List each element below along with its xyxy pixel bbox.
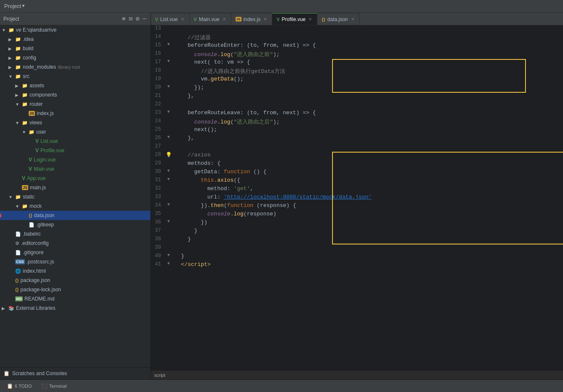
tree-item-router-index[interactable]: ▶ JS index.js [0,109,150,118]
scratches-label: Scratches and Consoles [12,371,67,376]
tree-item-package-json[interactable]: ▶ {} package.json [0,276,150,285]
tab-icon: V [276,17,279,22]
code-line: 15 ▼ beforeRouteEnter: (to, from, next) … [151,42,563,51]
tree-item-user[interactable]: ▼ 📁 user [0,127,150,137]
tab-list-vue[interactable]: V List.vue ✕ [151,13,190,25]
tab-main-vue[interactable]: V Main.vue ✕ [190,13,231,25]
code-line: 35 console.log(response) [151,211,563,219]
tree-item-editorconfig[interactable]: ▶ ⚙ .editorconfig [0,239,150,248]
code-line: 18 //进入路由之前执行getData方法 [151,67,563,76]
code-line: 41 ▼ </script> [151,261,563,270]
tree-item-external-libraries[interactable]: ▶ 📚 External Libraries [0,303,150,313]
close-sidebar-icon[interactable]: — [142,14,147,23]
tree-item-gitignore[interactable]: ▶ 📄 .gitignore [0,248,150,257]
tree-item-data-json[interactable]: ▶ {} data.json ◄ [0,211,150,220]
code-line: 39 [151,244,563,253]
code-line: 38 } [151,236,563,244]
code-line: 19 vm.getData(); [151,76,563,84]
tree-item-ve-root[interactable]: ▼ 📁 ve E:\qianduan\ve [0,25,150,35]
tab-label: data.json [327,16,348,22]
code-line: 23 ▼ beforeRouteLeave: (to, from, next) … [151,110,563,118]
tree-item-assets[interactable]: ▶ 📁 assets [0,81,150,90]
add-icon[interactable]: ⊕ [121,14,126,23]
tree-item-build[interactable]: ▶ 📁 build [0,44,150,53]
sidebar-tree: ▼ 📁 ve E:\qianduan\ve ▶ 📁 .idea ▶ 📁 buil… [0,25,150,367]
todo-label: 6 TODO [15,384,32,389]
scratches-icon: 📋 [3,371,10,376]
sidebar-footer: 📋 Scratches and Consoles [0,367,150,379]
arrow-icon: ▼ [15,121,22,125]
tree-item-login-vue[interactable]: ▶ V Login.vue [0,155,150,164]
arrow-icon: ▶ [15,83,22,88]
tree-item-profile-vue[interactable]: ▶ V Profile.vue [0,146,150,155]
tree-item-main-js[interactable]: ▶ JS main.js [0,183,150,192]
tree-item-views[interactable]: ▼ 📁 views [0,118,150,127]
tree-item-router[interactable]: ▼ 📁 router [0,99,150,109]
terminal-tab[interactable]: ⬛ Terminal [38,382,70,390]
code-line: 21 }, [151,93,563,101]
code-line: 36 ▼ }) [151,219,563,228]
arrow-icon: ▼ [8,74,15,79]
tree-item-idea[interactable]: ▶ 📁 .idea [0,35,150,44]
code-line: 32 method: 'get', [151,185,563,194]
tree-item-mock[interactable]: ▼ 📁 mock [0,201,150,211]
code-line: 26 ▼ }, [151,135,563,143]
arrow-icon: ▼ [15,204,22,209]
project-title[interactable]: Project [4,3,21,9]
arrow-icon: ▼ [15,102,22,107]
sidebar-header: Project ⊕ ⊟ ⚙ — [0,13,150,25]
tree-item-config[interactable]: ▶ 📁 config [0,53,150,62]
tab-index-js[interactable]: JS index.js ✕ [231,13,272,25]
tab-close-icon[interactable]: ✕ [180,16,185,22]
tab-label: index.js [244,16,261,22]
tree-item-package-lock[interactable]: ▶ {} package-lock.json [0,285,150,294]
tree-item-src[interactable]: ▼ 📁 src [0,72,150,81]
tab-close-icon[interactable]: ✕ [222,16,227,22]
tab-icon: V [194,17,197,22]
tree-item-readme[interactable]: ▶ MD README.md [0,294,150,303]
terminal-icon: ⬛ [41,383,48,389]
todo-tab[interactable]: 📋 6 TODO [3,382,35,390]
tree-item-babelrc[interactable]: ▶ 📄 .babelrc [0,229,150,239]
sidebar-header-actions: ⊕ ⊟ ⚙ — [121,14,147,23]
tab-icon: {} [322,17,325,22]
code-line: 16 console.log("进入路由之前"); [151,51,563,59]
tree-item-static[interactable]: ▼ 📁 static [0,192,150,201]
tree-item-postcssrc[interactable]: ▶ CSS .postcssrc.js [0,257,150,266]
tab-close-icon[interactable]: ✕ [263,16,268,22]
terminal-label: Terminal [49,384,67,389]
tree-item-main-vue[interactable]: ▶ V Main.vue [0,164,150,174]
tab-bar: V List.vue ✕ V Main.vue ✕ JS index.js ✕ … [151,13,563,25]
code-scroll-area[interactable]: 13 14 //过滤器 15 ▼ beforeRout [151,25,563,370]
collapse-icon[interactable]: ⊟ [128,14,133,23]
arrow-icon: ▼ [8,195,15,199]
code-line: 27 [151,143,563,152]
tab-close-icon[interactable]: ✕ [308,16,313,22]
code-editor: 13 14 //过滤器 15 ▼ beforeRout [151,25,563,379]
tab-profile-vue[interactable]: V Profile.vue ✕ [272,13,317,25]
tree-item-node-modules[interactable]: ▶ 📁 node_modules library root [0,62,150,72]
arrow-icon: ▶ [8,37,15,42]
tree-item-index-html[interactable]: ▶ 🌐 index.html [0,266,150,276]
title-bar: Project ▼ [0,0,563,13]
tab-data-json[interactable]: {} data.json ✕ [317,13,359,25]
tree-item-app-vue[interactable]: ▶ V App.vue [0,174,150,183]
code-line: 24 console.log("进入路由之后"); [151,118,563,126]
tab-icon: V [155,17,158,22]
arrow-icon: ▶ [15,93,22,97]
tree-item-components[interactable]: ▶ 📁 components [0,90,150,99]
settings-icon[interactable]: ⚙ [135,14,140,23]
project-dropdown-icon[interactable]: ▼ [22,4,24,8]
tree-item-gitkeep[interactable]: ▶ 📄 .gitkeep [0,220,150,229]
code-line: 20 ▼ }); [151,84,563,93]
bottom-toolbar: 📋 6 TODO ⬛ Terminal [0,379,563,392]
tab-icon: JS [236,17,241,21]
code-line: 33 url: 'http://localhost:8080/static/mo… [151,194,563,202]
tree-item-list-vue[interactable]: ▶ V List.vue [0,137,150,146]
editor-area: V List.vue ✕ V Main.vue ✕ JS index.js ✕ … [151,13,563,379]
scratches-and-consoles[interactable]: 📋 Scratches and Consoles [0,368,150,379]
todo-icon: 📋 [7,383,13,389]
tab-close-icon[interactable]: ✕ [350,16,355,22]
arrow-icon: ▶ [8,46,15,51]
code-line: 28 💡 //axios [151,152,563,160]
